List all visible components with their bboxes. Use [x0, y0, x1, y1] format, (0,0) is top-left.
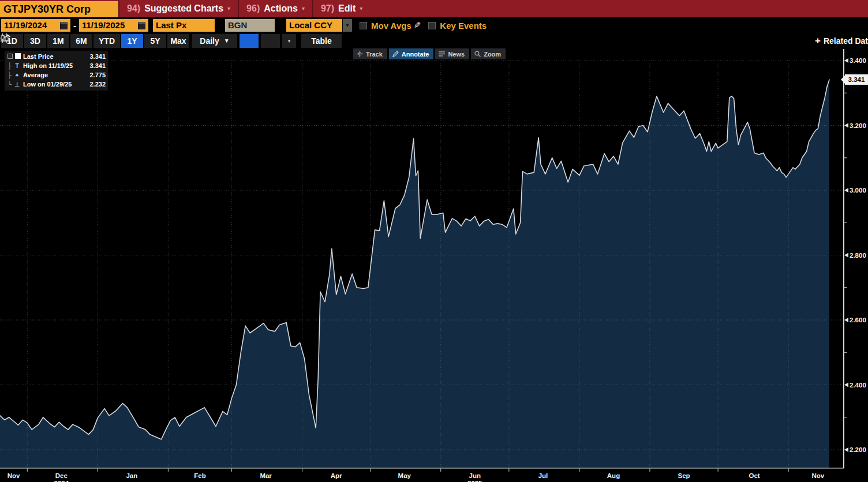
range-tab-1m[interactable]: 1M [47, 34, 69, 48]
svg-text:Apr: Apr [331, 472, 342, 479]
date-from-value: 11/19/2024 [4, 19, 47, 32]
legend-value: 3.341 [89, 62, 106, 69]
currency-dropdown-button[interactable]: ▼ [343, 19, 352, 32]
candlestick-icon [0, 33, 9, 43]
calendar-icon[interactable] [138, 22, 145, 29]
chart-area: 3.4003.2003.0002.8002.6002.4002.200NovDe… [0, 48, 868, 482]
price-chart[interactable]: 3.4003.2003.0002.8002.6002.4002.200NovDe… [0, 48, 868, 482]
key-events-checkbox[interactable] [428, 22, 436, 29]
range-tab-ytd[interactable]: YTD [93, 34, 120, 48]
svg-text:3.400: 3.400 [850, 57, 866, 64]
menu-number: 96) [246, 0, 260, 17]
chevron-down-icon: ▼ [224, 34, 230, 48]
key-events-label[interactable]: Key Events [440, 21, 487, 31]
legend-value: 2.775 [89, 71, 106, 78]
pricing-source-input[interactable]: BGN [225, 19, 275, 32]
chevron-down-icon: ▾ [227, 0, 230, 17]
chart-type-dropdown-button[interactable]: ▾ [282, 34, 296, 48]
svg-text:2.600: 2.600 [850, 317, 866, 323]
svg-text:Nov: Nov [811, 472, 824, 479]
menu-label: Suggested Charts [144, 0, 223, 17]
range-tab-5y[interactable]: 5Y [144, 34, 166, 48]
svg-text:Jan: Jan [126, 472, 137, 479]
svg-text:Oct: Oct [749, 472, 760, 479]
svg-text:2.400: 2.400 [850, 382, 866, 389]
annotate-button[interactable]: Annotate [389, 48, 434, 59]
plus-icon: + [815, 35, 821, 47]
query-toolbar: 11/19/2024 - 11/19/2025 Last Px BGN Loca… [0, 17, 868, 33]
calendar-icon[interactable] [60, 22, 68, 29]
svg-text:2.200: 2.200 [850, 446, 866, 453]
chart-legend: Last Price 3.341 ├ T High on 11/19/25 3.… [5, 51, 108, 91]
news-icon [439, 51, 445, 57]
chevron-down-icon: ▾ [360, 0, 362, 17]
range-tab-max[interactable]: Max [167, 34, 189, 48]
magnifier-icon [474, 51, 481, 57]
legend-row-last-price[interactable]: Last Price 3.341 [6, 52, 106, 61]
pencil-icon[interactable]: ✎ [414, 20, 421, 31]
menu-suggested-charts[interactable]: 94) Suggested Charts ▾ [118, 0, 238, 17]
chart-toolbar: Track Annotate News [353, 48, 506, 59]
svg-text:Aug: Aug [607, 472, 620, 479]
zoom-button[interactable]: Zoom [471, 48, 506, 59]
legend-value: 2.232 [89, 81, 106, 88]
menu-number: 97) [321, 0, 334, 17]
candle-chart-type-button[interactable] [261, 34, 280, 48]
svg-text:2.800: 2.800 [850, 252, 866, 259]
track-button[interactable]: Track [353, 48, 387, 59]
periodicity-select[interactable]: Daily ▼ [192, 34, 237, 48]
mov-avgs-label[interactable]: Mov Avgs [371, 21, 411, 31]
security-ticker-field[interactable]: GTJPY30YR Corp [0, 1, 118, 17]
related-data-button[interactable]: + Related Dat [815, 35, 868, 47]
menu-number: 94) [127, 0, 140, 17]
range-tab-3d[interactable]: 3D [24, 34, 46, 48]
high-marker-icon: T [13, 63, 21, 69]
date-to-value: 11/19/2025 [82, 19, 125, 32]
menu-edit[interactable]: 97) Edit ▾ [312, 0, 370, 17]
range-tab-1y-active[interactable]: 1Y [121, 34, 143, 48]
svg-text:Jul: Jul [538, 472, 548, 479]
related-data-label: Related Dat [824, 36, 868, 46]
annotate-label: Annotate [402, 50, 429, 59]
track-crosshair-icon [357, 51, 363, 57]
last-price-badge: 3.341 [845, 74, 868, 85]
currency-select[interactable]: Local CCY [286, 19, 342, 32]
track-label: Track [366, 50, 383, 59]
svg-text:Dec: Dec [55, 472, 68, 479]
mov-avgs-checkbox[interactable] [360, 22, 367, 29]
date-from-input[interactable]: 11/19/2024 [1, 19, 70, 32]
range-tab-6m[interactable]: 6M [70, 34, 92, 48]
news-label: News [448, 50, 465, 59]
date-to-input[interactable]: 11/19/2025 [79, 19, 148, 32]
pencil-icon [392, 51, 399, 57]
series-color-swatch [15, 53, 21, 59]
menu-actions[interactable]: 96) Actions ▾ [238, 0, 312, 17]
legend-row-low[interactable]: └ ⊥ Low on 01/29/25 2.232 [6, 80, 106, 89]
chevron-down-icon: ▾ [302, 0, 305, 17]
svg-text:Feb: Feb [194, 472, 205, 479]
low-marker-icon: ⊥ [13, 81, 21, 88]
legend-label: Last Price [23, 53, 54, 60]
date-range-separator: - [73, 21, 76, 31]
svg-text:2025: 2025 [467, 480, 482, 482]
legend-value: 3.341 [89, 53, 106, 60]
menu-label: Actions [264, 0, 298, 17]
legend-label: High on 11/19/25 [23, 62, 73, 69]
svg-text:May: May [398, 472, 411, 479]
svg-text:3.000: 3.000 [850, 187, 866, 194]
svg-text:3.200: 3.200 [850, 122, 866, 129]
zoom-label: Zoom [484, 50, 501, 59]
svg-text:Mar: Mar [260, 472, 272, 479]
legend-label: Low on 01/29/25 [23, 81, 72, 88]
legend-row-average[interactable]: ├ ✦ Average 2.775 [6, 70, 106, 80]
legend-collapse-toggle[interactable] [8, 54, 13, 59]
price-field-select[interactable]: Last Px [153, 19, 215, 32]
svg-text:Sep: Sep [678, 472, 690, 479]
line-chart-type-button[interactable] [240, 34, 259, 48]
periodicity-value: Daily [200, 34, 219, 48]
menubar: GTJPY30YR Corp 94) Suggested Charts ▾ 96… [0, 0, 868, 17]
svg-text:Nov: Nov [8, 472, 20, 479]
legend-row-high[interactable]: ├ T High on 11/19/25 3.341 [6, 61, 106, 70]
news-button[interactable]: News [435, 48, 469, 59]
table-button[interactable]: Table [301, 34, 342, 48]
